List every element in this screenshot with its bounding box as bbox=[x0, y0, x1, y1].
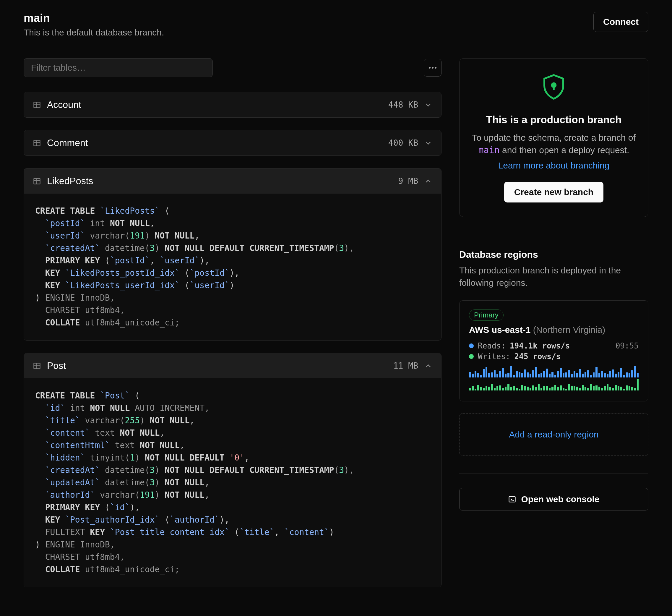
more-actions-button[interactable] bbox=[424, 59, 441, 77]
table-card-post: Post11 MBCREATE TABLE `Post` ( `id` int … bbox=[24, 353, 441, 587]
open-console-button[interactable]: Open web console bbox=[459, 488, 648, 510]
writes-sparkline bbox=[469, 379, 639, 390]
table-size: 11 MB bbox=[393, 361, 418, 371]
svg-rect-17 bbox=[509, 497, 515, 502]
table-card-comment: Comment400 KB bbox=[24, 130, 441, 156]
table-icon bbox=[33, 101, 41, 109]
page-subtitle: This is the default database branch. bbox=[24, 27, 164, 38]
reads-metric: Reads:194.1k rows/s 09:55 bbox=[469, 341, 639, 350]
svg-point-1 bbox=[432, 67, 434, 69]
table-header[interactable]: Comment400 KB bbox=[24, 130, 441, 155]
region-name: AWS us-east-1 (Northern Virginia) bbox=[469, 325, 639, 335]
regions-desc: This production branch is deployed in th… bbox=[459, 264, 648, 289]
table-card-likedposts: LikedPosts9 MBCREATE TABLE `LikedPosts` … bbox=[24, 168, 441, 341]
table-name: Post bbox=[47, 360, 387, 371]
table-icon bbox=[33, 362, 41, 370]
svg-point-2 bbox=[435, 67, 436, 69]
table-size: 9 MB bbox=[398, 176, 418, 186]
add-region-button[interactable]: Add a read-only region bbox=[459, 413, 648, 456]
reads-dot-icon bbox=[469, 343, 474, 348]
table-schema-sql: CREATE TABLE `LikedPosts` ( `postId` int… bbox=[24, 194, 441, 340]
table-icon bbox=[33, 139, 41, 147]
terminal-icon bbox=[508, 495, 516, 503]
table-header[interactable]: Post11 MB bbox=[24, 353, 441, 378]
table-icon bbox=[33, 177, 41, 185]
table-name: LikedPosts bbox=[47, 176, 392, 187]
svg-rect-3 bbox=[34, 102, 40, 108]
writes-metric: Writes:245 rows/s bbox=[469, 352, 639, 361]
chevron-up-icon bbox=[424, 177, 432, 185]
create-branch-button[interactable]: Create new branch bbox=[504, 182, 603, 202]
reads-sparkline bbox=[469, 366, 639, 377]
table-card-account: Account448 KB bbox=[24, 92, 441, 118]
chevron-down-icon bbox=[424, 139, 432, 147]
svg-rect-16 bbox=[553, 86, 555, 90]
table-name: Account bbox=[47, 99, 382, 110]
region-card: Primary AWS us-east-1 (Northern Virginia… bbox=[459, 300, 648, 401]
production-title: This is a production branch bbox=[471, 114, 636, 126]
chevron-up-icon bbox=[424, 362, 432, 370]
svg-rect-12 bbox=[34, 363, 40, 369]
svg-rect-9 bbox=[34, 178, 40, 184]
ellipsis-icon bbox=[428, 67, 437, 69]
table-size: 400 KB bbox=[388, 138, 418, 148]
table-name: Comment bbox=[47, 137, 382, 148]
table-header[interactable]: LikedPosts9 MB bbox=[24, 168, 441, 194]
chevron-down-icon bbox=[424, 101, 432, 109]
page-title: main bbox=[24, 12, 164, 25]
table-header[interactable]: Account448 KB bbox=[24, 92, 441, 117]
svg-rect-6 bbox=[34, 140, 40, 146]
production-desc: To update the schema, create a branch of… bbox=[471, 132, 636, 156]
table-size: 448 KB bbox=[388, 100, 418, 110]
branch-name: main bbox=[478, 145, 500, 155]
regions-title: Database regions bbox=[459, 249, 648, 260]
connect-button[interactable]: Connect bbox=[593, 12, 648, 32]
primary-badge: Primary bbox=[469, 309, 504, 321]
learn-branching-link[interactable]: Learn more about branching bbox=[498, 161, 610, 171]
table-schema-sql: CREATE TABLE `Post` ( `id` int NOT NULL … bbox=[24, 378, 441, 587]
filter-tables-input[interactable] bbox=[24, 58, 213, 77]
shield-icon bbox=[540, 73, 568, 101]
svg-point-0 bbox=[429, 67, 431, 69]
production-branch-card: This is a production branch To update th… bbox=[459, 58, 648, 217]
writes-dot-icon bbox=[469, 354, 474, 359]
